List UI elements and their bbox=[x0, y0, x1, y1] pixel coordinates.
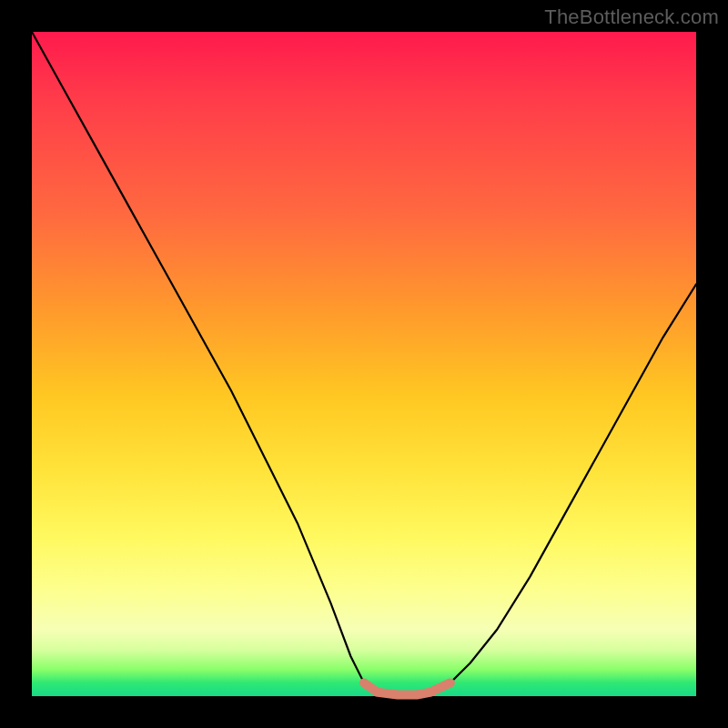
chart-frame: TheBottleneck.com bbox=[0, 0, 728, 728]
chart-svg bbox=[32, 32, 696, 696]
plot-area bbox=[32, 32, 696, 696]
bottleneck-curve-path bbox=[32, 32, 696, 696]
sweet-spot-band-path bbox=[364, 682, 450, 694]
watermark-text: TheBottleneck.com bbox=[544, 5, 719, 29]
